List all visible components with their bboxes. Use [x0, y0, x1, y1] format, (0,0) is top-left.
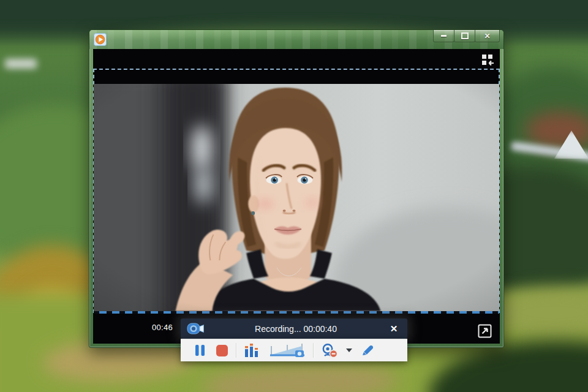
recording-status-text: Recording... 00:00:40 [205, 324, 386, 334]
stop-icon [216, 345, 228, 356]
bg-cottage [5, 59, 37, 69]
window-controls: ✕ [434, 30, 500, 42]
shrink-region-button[interactable] [481, 53, 494, 67]
recorder-window: ✕ [89, 29, 504, 348]
audio-levels-icon [244, 343, 258, 358]
camcorder-icon [187, 322, 205, 335]
volume-slider-icon [270, 342, 305, 358]
window-titlebar[interactable]: ✕ [89, 30, 503, 49]
maximize-button[interactable] [454, 30, 475, 42]
stop-button[interactable] [211, 341, 233, 360]
player-progress-bar[interactable] [94, 311, 499, 314]
player-client-area: 00:46 [93, 49, 500, 344]
close-window-button[interactable]: ✕ [475, 30, 500, 42]
audio-levels-button[interactable] [239, 341, 264, 360]
stop-recording-close-button[interactable]: ✕ [386, 323, 401, 334]
minimize-icon [441, 35, 447, 37]
dropdown-caret-icon [346, 349, 352, 352]
minimize-button[interactable] [433, 30, 454, 42]
webcam-disable-icon [322, 343, 338, 358]
webcam-toggle-button[interactable] [316, 341, 344, 360]
expand-arrow-icon [478, 324, 492, 338]
maximize-icon [461, 32, 469, 39]
elapsed-time-label: 00:46 [152, 323, 173, 332]
volume-slider-button[interactable] [264, 341, 311, 360]
recording-status-bar[interactable]: Recording... 00:00:40 ✕ [181, 318, 407, 339]
pause-icon [195, 344, 205, 356]
toolbar-separator [236, 343, 236, 358]
popout-button[interactable] [478, 324, 492, 338]
annotate-button[interactable] [355, 341, 380, 360]
recording-controls-toolbar [181, 339, 407, 361]
app-play-icon[interactable] [94, 33, 107, 46]
webcam-options-button[interactable] [344, 341, 355, 360]
recording-toolbar-group: Recording... 00:00:40 ✕ [181, 318, 407, 361]
close-icon: ✕ [484, 32, 490, 40]
pause-button[interactable] [189, 341, 211, 360]
toolbar-separator [313, 343, 314, 358]
webcam-video-feed [94, 84, 499, 311]
pencil-icon [360, 343, 375, 358]
desktop: ✕ [0, 0, 588, 392]
squares-arrow-icon [481, 53, 494, 67]
